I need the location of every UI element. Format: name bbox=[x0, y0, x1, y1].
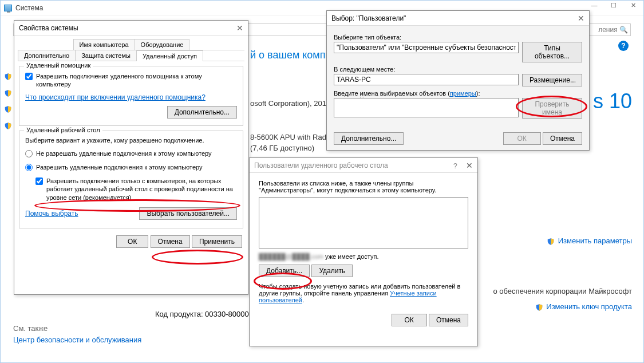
tab-hardware[interactable]: Оборудование bbox=[135, 39, 190, 50]
group-title: Удаленный рабочий стол bbox=[24, 127, 102, 133]
close-icon[interactable]: ✕ bbox=[236, 23, 243, 33]
object-type-label: Выберите тип объекта: bbox=[334, 34, 582, 41]
locations-button[interactable]: Размещение... bbox=[522, 74, 582, 86]
activation-area: о обеспечения корпорации Майкрософт Изме… bbox=[493, 287, 633, 311]
window-title: Система bbox=[15, 4, 43, 12]
close-icon[interactable]: ✕ bbox=[578, 14, 584, 23]
cancel-button[interactable]: Отмена bbox=[151, 235, 190, 248]
help-icon[interactable]: ? bbox=[618, 41, 629, 51]
dialog-title: Свойства системы bbox=[19, 24, 78, 32]
search-placeholder: ления bbox=[598, 26, 618, 34]
security-center-link[interactable]: Центр безопасности и обслуживания bbox=[13, 336, 141, 344]
computer-icon bbox=[4, 5, 12, 11]
has-access-line: ██████@████.com уже имеет доступ. bbox=[259, 253, 468, 260]
cancel-button[interactable]: Отмена bbox=[429, 314, 468, 326]
shield-list bbox=[4, 72, 13, 130]
system-properties-dialog: Свойства системы ✕ Имя компьютера Оборуд… bbox=[14, 20, 248, 295]
shield-icon bbox=[547, 238, 555, 246]
help-choose-link[interactable]: Помочь выбрать bbox=[25, 210, 78, 218]
nla-checkbox-label[interactable]: Разрешить подключения только с компьютер… bbox=[35, 177, 237, 202]
activation-text: о обеспечения корпорации Майкрософт bbox=[493, 287, 633, 295]
rd-description: Выберите вариант и укажите, кому разреше… bbox=[25, 137, 237, 144]
location-label: В следующем месте: bbox=[334, 66, 582, 73]
dialog-title: Выбор: "Пользователи" bbox=[331, 14, 406, 22]
location-field bbox=[334, 74, 519, 85]
radio-dont-allow[interactable]: Не разрешать удаленные подключения к это… bbox=[25, 149, 237, 157]
ra-help-link[interactable]: Что происходит при включении удаленного … bbox=[25, 93, 237, 101]
radio-dont-allow-input[interactable] bbox=[25, 150, 33, 157]
group-title: Удаленный помощник bbox=[24, 62, 93, 69]
maximize-button[interactable]: ☐ bbox=[606, 2, 622, 12]
dialog-title-bar: Свойства системы ✕ bbox=[14, 21, 248, 35]
dialog-buttons: ОК Отмена Применить bbox=[14, 233, 248, 252]
main-body-partial: osoft Corporation), 2017 8-5600K APU wit… bbox=[250, 98, 337, 154]
dialog-title: Пользователи удаленного рабочего стола bbox=[254, 161, 388, 169]
rdp-users-dialog: Пользователи удаленного рабочего стола ?… bbox=[249, 157, 478, 346]
dialog-title-bar: Выбор: "Пользователи" ✕ bbox=[327, 11, 589, 26]
ok-button[interactable]: ОК bbox=[116, 235, 148, 248]
tab-row-2: Дополнительно Защита системы Удаленный д… bbox=[18, 50, 244, 61]
object-names-label: Введите имена выбираемых объектов (приме… bbox=[334, 90, 582, 97]
radio-allow-input[interactable] bbox=[25, 164, 33, 171]
cpanel-hint: Чтобы создать новую учетную запись или д… bbox=[259, 283, 468, 303]
tab-row-1: Имя компьютера Оборудование bbox=[18, 39, 244, 50]
tab-remote[interactable]: Удаленный доступ bbox=[136, 50, 203, 61]
ra-advanced-button[interactable]: Дополнительно... bbox=[167, 106, 237, 119]
ok-button[interactable]: ОК bbox=[503, 132, 541, 145]
apply-button[interactable]: Применить bbox=[192, 235, 242, 248]
allow-ra-checkbox[interactable] bbox=[25, 73, 33, 80]
rdp-description: Пользователи из списка ниже, а также чле… bbox=[259, 180, 468, 194]
close-icon[interactable]: ✕ bbox=[466, 161, 473, 170]
remote-assistance-group: Удаленный помощник Разрешить подключения… bbox=[19, 66, 243, 126]
nla-checkbox[interactable] bbox=[35, 177, 43, 185]
shield-icon bbox=[4, 105, 12, 113]
window-controls: — ☐ ✕ bbox=[586, 2, 641, 12]
tab-advanced[interactable]: Дополнительно bbox=[18, 50, 76, 61]
shield-icon bbox=[4, 89, 12, 97]
change-params-link[interactable]: Изменить параметры bbox=[506, 236, 632, 246]
radio-allow[interactable]: Разрешить удаленные подключения к этому … bbox=[25, 163, 237, 171]
check-names-button[interactable]: Проверить имена bbox=[522, 98, 582, 119]
users-listbox[interactable] bbox=[259, 197, 468, 248]
object-type-field bbox=[334, 42, 519, 53]
add-button[interactable]: Добавить... bbox=[259, 265, 310, 277]
object-names-input[interactable] bbox=[334, 98, 519, 117]
select-users-dialog: Выбор: "Пользователи" ✕ Выберите тип объ… bbox=[326, 10, 590, 151]
remote-desktop-group: Удаленный рабочий стол Выберите вариант … bbox=[19, 131, 243, 228]
cpu-text: 8-5600K APU with Radeor bbox=[250, 133, 337, 141]
object-types-button[interactable]: Типы объектов... bbox=[522, 42, 582, 62]
shield-icon bbox=[4, 73, 12, 81]
ok-button[interactable]: ОК bbox=[392, 314, 427, 326]
see-also-label: См. также bbox=[13, 324, 48, 333]
select-users-button[interactable]: Выбрать пользователей... bbox=[139, 207, 237, 220]
blurred-username: ██████@████.com bbox=[259, 253, 323, 260]
examples-link[interactable]: примеры bbox=[450, 90, 476, 97]
remove-button[interactable]: Удалить bbox=[311, 265, 353, 277]
dialog-title-bar: Пользователи удаленного рабочего стола ?… bbox=[250, 158, 477, 173]
page-heading-partial: й о вашем компью bbox=[250, 49, 338, 61]
change-key-link[interactable]: Изменить ключ продукта bbox=[493, 302, 633, 311]
copyright-text: osoft Corporation), 2017 bbox=[250, 99, 330, 108]
tab-computer-name[interactable]: Имя компьютера bbox=[73, 39, 135, 50]
help-icon[interactable]: ? bbox=[453, 162, 457, 170]
advanced-button[interactable]: Дополнительно... bbox=[334, 132, 404, 145]
ram-text: (7,46 ГБ доступно) bbox=[250, 144, 314, 152]
shield-icon bbox=[4, 122, 12, 130]
close-button[interactable]: ✕ bbox=[625, 2, 641, 12]
shield-icon bbox=[535, 303, 543, 311]
cancel-button[interactable]: Отмена bbox=[543, 132, 582, 145]
tab-system-protection[interactable]: Защита системы bbox=[75, 50, 137, 61]
allow-ra-checkbox-label[interactable]: Разрешить подключения удаленного помощни… bbox=[25, 72, 237, 89]
